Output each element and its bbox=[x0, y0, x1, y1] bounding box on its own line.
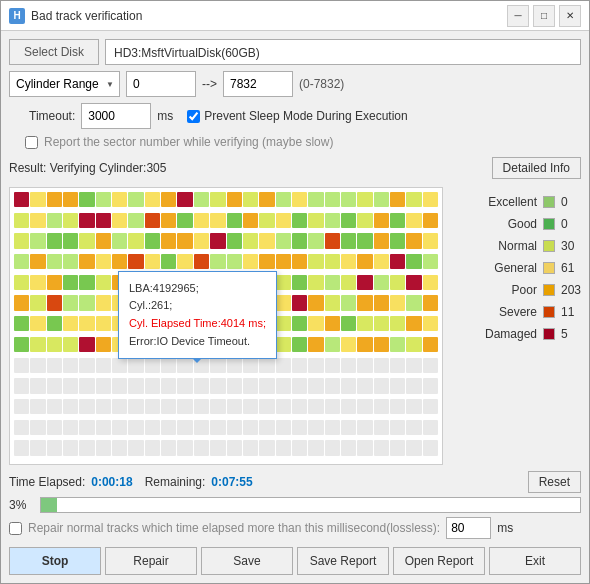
grid-cell[interactable] bbox=[161, 358, 176, 373]
grid-cell[interactable] bbox=[14, 440, 29, 455]
grid-cell[interactable] bbox=[112, 213, 127, 228]
grid-cell[interactable] bbox=[406, 254, 421, 269]
grid-cell[interactable] bbox=[79, 275, 94, 290]
prevent-sleep-checkbox[interactable] bbox=[187, 110, 200, 123]
grid-cell[interactable] bbox=[374, 358, 389, 373]
grid-cell[interactable] bbox=[210, 316, 225, 331]
grid-cell[interactable] bbox=[325, 213, 340, 228]
grid-cell[interactable] bbox=[30, 358, 45, 373]
grid-cell[interactable] bbox=[325, 337, 340, 352]
grid-cell[interactable] bbox=[194, 192, 209, 207]
grid-cell[interactable] bbox=[112, 440, 127, 455]
grid-cell[interactable] bbox=[308, 358, 323, 373]
grid-cell[interactable] bbox=[341, 358, 356, 373]
grid-cell[interactable] bbox=[243, 295, 258, 310]
grid-cell[interactable] bbox=[325, 440, 340, 455]
grid-cell[interactable] bbox=[210, 440, 225, 455]
grid-cell[interactable] bbox=[423, 440, 438, 455]
grid-cell[interactable] bbox=[47, 316, 62, 331]
grid-cell[interactable] bbox=[259, 358, 274, 373]
grid-cell[interactable] bbox=[145, 399, 160, 414]
grid-cell[interactable] bbox=[227, 440, 242, 455]
grid-cell[interactable] bbox=[243, 316, 258, 331]
save-button[interactable]: Save bbox=[201, 547, 293, 575]
grid-cell[interactable] bbox=[325, 378, 340, 393]
grid-cell[interactable] bbox=[194, 440, 209, 455]
grid-cell[interactable] bbox=[292, 420, 307, 435]
grid-cell[interactable] bbox=[390, 275, 405, 290]
grid-cell[interactable] bbox=[128, 337, 143, 352]
grid-cell[interactable] bbox=[128, 233, 143, 248]
grid-cell[interactable] bbox=[341, 399, 356, 414]
grid-cell[interactable] bbox=[112, 275, 127, 290]
grid-cell[interactable] bbox=[308, 295, 323, 310]
grid-cell[interactable] bbox=[406, 213, 421, 228]
grid-cell[interactable] bbox=[194, 316, 209, 331]
grid-cell[interactable] bbox=[145, 213, 160, 228]
grid-cell[interactable] bbox=[292, 316, 307, 331]
grid-cell[interactable] bbox=[210, 275, 225, 290]
grid-cell[interactable] bbox=[112, 420, 127, 435]
grid-cell[interactable] bbox=[227, 213, 242, 228]
grid-cell[interactable] bbox=[308, 420, 323, 435]
grid-cell[interactable] bbox=[341, 420, 356, 435]
grid-cell[interactable] bbox=[14, 254, 29, 269]
grid-cell[interactable] bbox=[210, 233, 225, 248]
grid-cell[interactable] bbox=[194, 213, 209, 228]
grid-cell[interactable] bbox=[243, 337, 258, 352]
grid-cell[interactable] bbox=[14, 295, 29, 310]
grid-cell[interactable] bbox=[243, 275, 258, 290]
grid-cell[interactable] bbox=[30, 254, 45, 269]
grid-cell[interactable] bbox=[374, 254, 389, 269]
grid-cell[interactable] bbox=[79, 378, 94, 393]
grid-cell[interactable] bbox=[406, 233, 421, 248]
grid-cell[interactable] bbox=[47, 399, 62, 414]
grid-cell[interactable] bbox=[325, 399, 340, 414]
grid-cell[interactable] bbox=[243, 420, 258, 435]
grid-cell[interactable] bbox=[177, 316, 192, 331]
grid-cell[interactable] bbox=[341, 440, 356, 455]
maximize-button[interactable]: □ bbox=[533, 5, 555, 27]
grid-cell[interactable] bbox=[177, 378, 192, 393]
grid-cell[interactable] bbox=[276, 316, 291, 331]
grid-cell[interactable] bbox=[390, 192, 405, 207]
grid-cell[interactable] bbox=[308, 192, 323, 207]
grid-cell[interactable] bbox=[406, 316, 421, 331]
grid-cell[interactable] bbox=[243, 378, 258, 393]
grid-cell[interactable] bbox=[423, 213, 438, 228]
grid-cell[interactable] bbox=[406, 337, 421, 352]
grid-cell[interactable] bbox=[276, 233, 291, 248]
grid-cell[interactable] bbox=[161, 316, 176, 331]
range-from-input[interactable] bbox=[126, 71, 196, 97]
grid-cell[interactable] bbox=[276, 420, 291, 435]
grid-cell[interactable] bbox=[390, 254, 405, 269]
grid-cell[interactable] bbox=[406, 358, 421, 373]
grid-cell[interactable] bbox=[79, 440, 94, 455]
grid-cell[interactable] bbox=[112, 378, 127, 393]
grid-cell[interactable] bbox=[308, 378, 323, 393]
repair-checkbox[interactable] bbox=[9, 522, 22, 535]
grid-cell[interactable] bbox=[79, 295, 94, 310]
grid-cell[interactable] bbox=[341, 213, 356, 228]
grid-cell[interactable] bbox=[259, 275, 274, 290]
grid-cell[interactable] bbox=[47, 337, 62, 352]
grid-cell[interactable] bbox=[194, 275, 209, 290]
grid-cell[interactable] bbox=[227, 378, 242, 393]
grid-cell[interactable] bbox=[79, 358, 94, 373]
grid-cell[interactable] bbox=[161, 420, 176, 435]
grid-cell[interactable] bbox=[47, 420, 62, 435]
grid-cell[interactable] bbox=[63, 192, 78, 207]
grid-cell[interactable] bbox=[177, 295, 192, 310]
grid-cell[interactable] bbox=[161, 399, 176, 414]
grid-cell[interactable] bbox=[112, 295, 127, 310]
grid-cell[interactable] bbox=[128, 399, 143, 414]
grid-cell[interactable] bbox=[128, 295, 143, 310]
grid-cell[interactable] bbox=[357, 254, 372, 269]
grid-cell[interactable] bbox=[79, 213, 94, 228]
grid-cell[interactable] bbox=[30, 233, 45, 248]
grid-cell[interactable] bbox=[390, 399, 405, 414]
grid-cell[interactable] bbox=[357, 295, 372, 310]
grid-cell[interactable] bbox=[341, 233, 356, 248]
grid-cell[interactable] bbox=[325, 420, 340, 435]
range-to-input[interactable] bbox=[223, 71, 293, 97]
